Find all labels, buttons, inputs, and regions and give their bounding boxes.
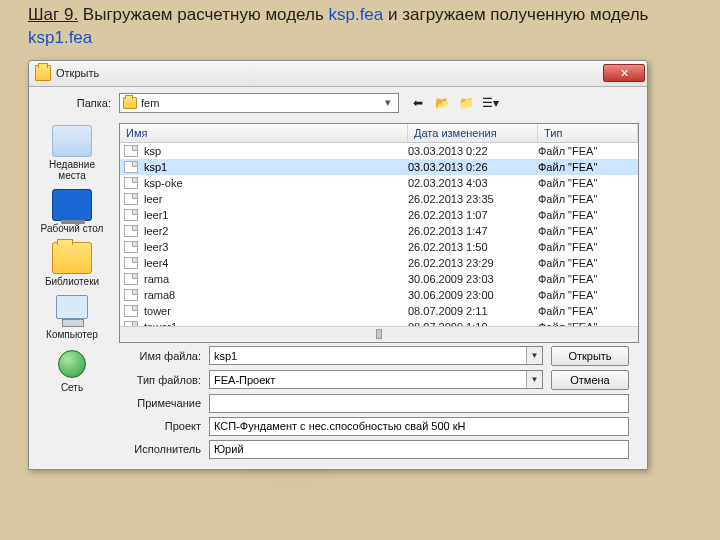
file2: ksp1.fea — [28, 28, 92, 47]
folder-label: Папка: — [39, 97, 111, 109]
col-date[interactable]: Дата изменения — [408, 124, 538, 142]
filename-field[interactable] — [210, 347, 526, 364]
file-row[interactable]: tower108.07.2009 1:19Файл "FEA" — [120, 319, 638, 326]
file-row[interactable]: rama830.06.2009 23:00Файл "FEA" — [120, 287, 638, 303]
file-date: 30.06.2009 23:03 — [408, 273, 538, 285]
file-date: 26.02.2013 1:50 — [408, 241, 538, 253]
file-type: Файл "FEA" — [538, 273, 638, 285]
network-icon — [52, 348, 92, 380]
place-libraries[interactable]: Библиотеки — [34, 240, 110, 289]
file-type: Файл "FEA" — [538, 289, 638, 301]
file-name: tower — [142, 305, 408, 317]
folder-icon — [123, 97, 137, 109]
close-button[interactable]: ✕ — [603, 64, 645, 82]
col-name[interactable]: Имя — [120, 124, 408, 142]
file-type: Файл "FEA" — [538, 145, 638, 157]
file-row[interactable]: leer226.02.2013 1:47Файл "FEA" — [120, 223, 638, 239]
executor-input[interactable] — [209, 440, 629, 459]
file-icon — [124, 273, 138, 285]
file-name: ksp-oke — [142, 177, 408, 189]
file-type: Файл "FEA" — [538, 209, 638, 221]
view-menu-button[interactable]: ☰▾ — [479, 93, 501, 113]
file-type: Файл "FEA" — [538, 241, 638, 253]
listview-header: Имя Дата изменения Тип — [120, 124, 638, 143]
up-button[interactable]: 📂 — [431, 93, 453, 113]
file-row[interactable]: tower08.07.2009 2:11Файл "FEA" — [120, 303, 638, 319]
file-date: 26.02.2013 1:47 — [408, 225, 538, 237]
file-name: leer3 — [142, 241, 408, 253]
place-desktop[interactable]: Рабочий стол — [34, 187, 110, 236]
project-input[interactable] — [209, 417, 629, 436]
file-date: 30.06.2009 23:00 — [408, 289, 538, 301]
cancel-button[interactable]: Отмена — [551, 370, 629, 390]
file-icon — [124, 209, 138, 221]
file-date: 26.02.2013 23:29 — [408, 257, 538, 269]
filetype-field[interactable] — [210, 371, 526, 388]
file-row[interactable]: ksp-oke02.03.2013 4:03Файл "FEA" — [120, 175, 638, 191]
open-dialog: Открыть ✕ Папка: fem ▾ ⬅ 📂 📁 ☰▾ Недавние… — [28, 60, 648, 470]
file-type: Файл "FEA" — [538, 161, 638, 173]
file-date: 03.03.2013 0:22 — [408, 145, 538, 157]
file-row[interactable]: rama30.06.2009 23:03Файл "FEA" — [120, 271, 638, 287]
h-scrollbar[interactable] — [120, 326, 638, 342]
note-input[interactable] — [209, 394, 629, 413]
folder-name: fem — [141, 97, 381, 109]
col-type[interactable]: Тип — [538, 124, 638, 142]
file-date: 02.03.2013 4:03 — [408, 177, 538, 189]
file-row[interactable]: ksp103.03.2013 0:26Файл "FEA" — [120, 159, 638, 175]
file-icon — [124, 193, 138, 205]
file-type: Файл "FEA" — [538, 305, 638, 317]
file-row[interactable]: leer326.02.2013 1:50Файл "FEA" — [120, 239, 638, 255]
titlebar: Открыть ✕ — [29, 61, 647, 87]
file-icon — [124, 145, 138, 157]
chevron-down-icon[interactable]: ▼ — [526, 347, 542, 364]
filetype-combo[interactable]: ▼ — [209, 370, 543, 389]
file-row[interactable]: leer426.02.2013 23:29Файл "FEA" — [120, 255, 638, 271]
file-row[interactable]: leer126.02.2013 1:07Файл "FEA" — [120, 207, 638, 223]
file-icon — [124, 289, 138, 301]
chevron-down-icon[interactable]: ▼ — [526, 371, 542, 388]
filename-input[interactable]: ▼ — [209, 346, 543, 365]
file-icon — [124, 241, 138, 253]
newfolder-button[interactable]: 📁 — [455, 93, 477, 113]
file-date: 26.02.2013 23:35 — [408, 193, 538, 205]
back-button[interactable]: ⬅ — [407, 93, 429, 113]
file-icon — [124, 161, 138, 173]
project-label: Проект — [129, 420, 201, 432]
file-icon — [124, 177, 138, 189]
file-name: leer — [142, 193, 408, 205]
step-label: Шаг 9. — [28, 5, 78, 24]
scroll-thumb[interactable] — [376, 329, 382, 339]
file-name: rama8 — [142, 289, 408, 301]
dialog-title: Открыть — [56, 67, 603, 79]
file-type: Файл "FEA" — [538, 257, 638, 269]
file-date: 26.02.2013 1:07 — [408, 209, 538, 221]
file-icon — [124, 305, 138, 317]
recent-icon — [52, 125, 92, 157]
file-row[interactable]: leer26.02.2013 23:35Файл "FEA" — [120, 191, 638, 207]
desktop-icon — [52, 189, 92, 221]
file-name: ksp1 — [142, 161, 408, 173]
note-label: Примечание — [129, 397, 201, 409]
folder-combo[interactable]: fem ▾ — [119, 93, 399, 113]
file-type: Файл "FEA" — [538, 193, 638, 205]
file-name: leer4 — [142, 257, 408, 269]
file-type: Файл "FEA" — [538, 225, 638, 237]
place-recent[interactable]: Недавние места — [34, 123, 110, 183]
places-bar: Недавние места Рабочий стол Библиотеки К… — [29, 119, 115, 469]
file-row[interactable]: ksp03.03.2013 0:22Файл "FEA" — [120, 143, 638, 159]
filename-label: Имя файла: — [129, 350, 201, 362]
folder-icon — [35, 65, 51, 81]
computer-icon — [52, 295, 92, 327]
file-name: leer1 — [142, 209, 408, 221]
file-listview: Имя Дата изменения Тип ksp03.03.2013 0:2… — [119, 123, 639, 343]
place-network[interactable]: Сеть — [34, 346, 110, 395]
file-icon — [124, 321, 138, 326]
open-button[interactable]: Открыть — [551, 346, 629, 366]
chevron-down-icon[interactable]: ▾ — [381, 96, 395, 109]
file-icon — [124, 257, 138, 269]
place-computer[interactable]: Компьютер — [34, 293, 110, 342]
file1: ksp.fea — [328, 5, 383, 24]
libraries-icon — [52, 242, 92, 274]
filetype-label: Тип файлов: — [129, 374, 201, 386]
